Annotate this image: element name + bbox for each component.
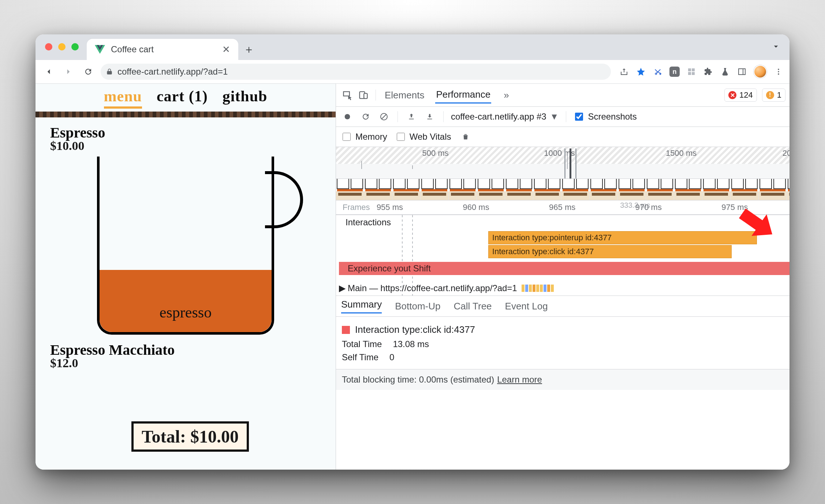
extensions-puzzle-icon[interactable] (703, 67, 713, 77)
cart-total[interactable]: Total: $10.00 (131, 421, 249, 452)
nav-github[interactable]: github (223, 87, 268, 109)
summary-panel: Interaction type:click id:4377 Total Tim… (336, 317, 789, 369)
vue-icon (95, 44, 105, 54)
forward-button[interactable] (61, 64, 76, 79)
reload-record-button[interactable] (359, 110, 372, 123)
tick: 1500 ms (666, 148, 697, 158)
svg-point-1 (778, 71, 779, 72)
more-tabs-button[interactable]: » (504, 90, 509, 101)
product-title: Espresso (50, 124, 321, 141)
ext-grid-icon[interactable] (686, 67, 697, 77)
site-nav: menu cart (1) github (36, 84, 336, 112)
labs-flask-icon[interactable] (720, 67, 730, 77)
interaction-bar-click[interactable]: Interaction type:click id:4377 (488, 245, 732, 258)
overview[interactable]: 500 ms 1000 ms 1500 ms 2000 ms CPU (336, 147, 789, 215)
tab-performance[interactable]: Performance (435, 87, 491, 104)
scissors-icon[interactable] (653, 67, 663, 77)
tab-elements[interactable]: Elements (384, 87, 425, 103)
share-icon[interactable] (619, 67, 629, 77)
browser-tab[interactable]: Coffee cart ✕ (87, 39, 238, 60)
load-profile-icon[interactable] (405, 110, 418, 123)
tab-summary[interactable]: Summary (341, 299, 382, 313)
perf-footer: Total blocking time: 0.00ms (estimated) … (336, 369, 789, 390)
inspect-element-icon[interactable] (341, 89, 354, 101)
close-window-button[interactable] (45, 43, 52, 50)
memory-checkbox[interactable]: Memory (341, 132, 387, 142)
screenshots-checkbox[interactable]: Screenshots (574, 112, 637, 122)
svg-point-8 (345, 114, 350, 120)
side-panel-icon[interactable] (737, 67, 747, 77)
tracks[interactable]: Interactions Interaction type:pointerup … (336, 215, 789, 296)
tab-title: Coffee cart (111, 44, 154, 54)
learn-more-link[interactable]: Learn more (497, 375, 542, 385)
web-vitals-checkbox[interactable]: Web Vitals (395, 132, 451, 142)
omnibox[interactable]: coffee-cart.netlify.app/?ad=1 (101, 64, 611, 80)
screenshot-strip[interactable] (336, 178, 789, 200)
tab-event-log[interactable]: Event Log (505, 301, 548, 312)
address-bar: coffee-cart.netlify.app/?ad=1 n (36, 60, 789, 84)
ruler2[interactable]: Frames 955 ms 960 ms 965 ms 333.3 ms 970… (336, 200, 789, 215)
minimize-window-button[interactable] (58, 43, 66, 50)
new-tab-button[interactable]: ＋ (238, 39, 260, 60)
summary-selected: Interaction type:click id:4377 (355, 324, 475, 335)
swatch-icon (342, 326, 350, 334)
product2-title: Espresso Macchiato (50, 341, 321, 358)
save-profile-icon[interactable] (423, 110, 436, 123)
tab-call-tree[interactable]: Call Tree (454, 301, 492, 312)
product-card-2: Espresso Macchiato $12.0 (36, 341, 336, 370)
experience-bar[interactable]: Experience yout Shift (339, 262, 789, 275)
tab-bottom-up[interactable]: Bottom-Up (395, 301, 440, 312)
chrome-menu-icon[interactable] (773, 67, 784, 77)
bookmark-star-icon[interactable] (636, 67, 646, 77)
record-button[interactable] (341, 110, 354, 123)
nav-cart[interactable]: cart (1) (157, 87, 208, 109)
devtools-pane: Elements Performance » ✕124 !1 ✕ (336, 84, 789, 470)
interactions-label: Interactions (346, 217, 391, 227)
site-stripe (36, 112, 336, 117)
product-card: Espresso $10.00 espresso (36, 117, 336, 341)
error-badge[interactable]: ✕124 (724, 89, 757, 102)
window-controls (45, 43, 79, 50)
perf-toolbar: coffee-cart.netlify.app #3 ▼ Screenshots (336, 107, 789, 127)
maximize-window-button[interactable] (71, 43, 79, 50)
interaction-bar-pointerup[interactable]: Interaction type:pointerup id:4377 (488, 231, 757, 244)
toolbar-right: n (616, 65, 784, 78)
site-pane: menu cart (1) github Espresso $10.00 esp… (36, 84, 336, 470)
tab-close-button[interactable]: ✕ (222, 45, 230, 54)
svg-rect-4 (364, 93, 367, 98)
back-button[interactable] (41, 64, 56, 79)
reload-button[interactable] (81, 64, 96, 79)
clear-button[interactable] (378, 110, 390, 123)
devtools-topbar: Elements Performance » ✕124 !1 ✕ (336, 84, 789, 107)
warning-badge[interactable]: !1 (762, 89, 785, 102)
profile-avatar[interactable] (754, 65, 767, 78)
lock-icon (106, 68, 113, 75)
mug-graphic[interactable]: espresso (97, 157, 274, 335)
main-thread-row[interactable]: ▶ Main — https://coffee-cart.netlify.app… (339, 283, 554, 293)
bottom-tabs: Summary Bottom-Up Call Tree Event Log (336, 296, 789, 317)
mug-label: espresso (100, 304, 272, 321)
svg-point-2 (778, 74, 779, 75)
nav-menu[interactable]: menu (104, 87, 142, 109)
red-arrow-annotation (732, 202, 783, 246)
ext-badge-n-icon[interactable]: n (669, 67, 680, 77)
device-toolbar-icon[interactable] (357, 89, 370, 101)
gc-trash-icon[interactable] (459, 131, 472, 143)
tick: 2000 ms (783, 148, 789, 158)
svg-point-0 (778, 69, 779, 70)
frames-label: Frames (343, 203, 370, 212)
titlebar: Coffee cart ✕ ＋ (36, 34, 789, 60)
tick: 500 ms (422, 148, 449, 158)
perf-subbar: Memory Web Vitals (336, 127, 789, 147)
browser-window: Coffee cart ✕ ＋ coffee-cart.netlify.app/… (36, 34, 789, 470)
url-text: coffee-cart.netlify.app/?ad=1 (117, 67, 228, 77)
window-dropdown[interactable] (771, 42, 781, 51)
recording-select[interactable]: coffee-cart.netlify.app #3 ▼ (451, 112, 559, 122)
caret-down-icon: ▼ (550, 112, 559, 122)
